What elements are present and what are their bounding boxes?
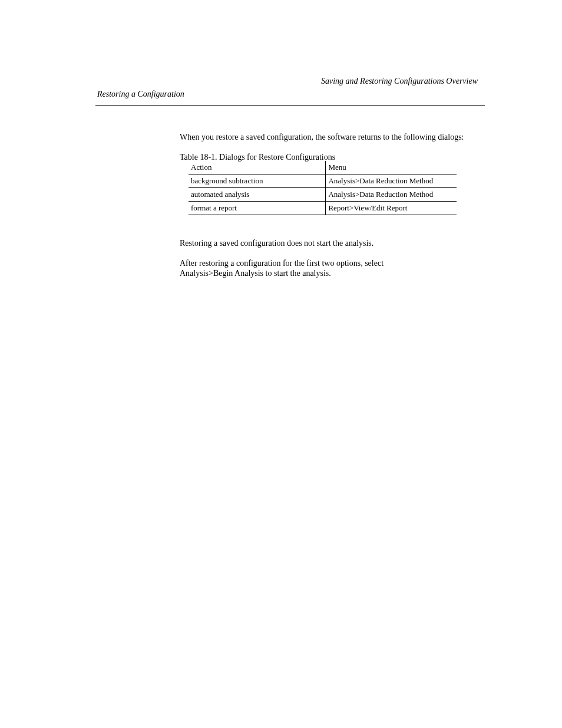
table-cell-menu: Analysis>Data Reduction Method: [326, 188, 457, 202]
table-cell-menu: Report>View/Edit Report: [326, 202, 457, 215]
header-left: Restoring a Configuration: [97, 90, 184, 99]
table-row: automated analysis Analysis>Data Reducti…: [189, 188, 457, 202]
note-text-3: Analysis>Begin Analysis to start the ana…: [180, 268, 468, 279]
table-row: background subtraction Analysis>Data Red…: [189, 174, 457, 188]
table-cell-action: background subtraction: [189, 174, 326, 188]
note-text-2: After restoring a configuration for the …: [180, 258, 468, 269]
note-text-1: Restoring a saved configuration does not…: [180, 238, 468, 249]
table-cell-menu: Analysis>Data Reduction Method: [326, 174, 457, 188]
page: Saving and Restoring Configurations Over…: [0, 0, 562, 728]
restore-table: Action Menu background subtraction Analy…: [189, 161, 457, 215]
table-cell-action: format a report: [189, 202, 326, 215]
table-row: format a report Report>View/Edit Report: [189, 202, 457, 215]
table-cell-action: automated analysis: [189, 188, 326, 202]
header-right: Saving and Restoring Configurations Over…: [321, 77, 478, 86]
table-header-row: Action Menu: [189, 161, 457, 174]
intro-text-1: When you restore a saved configuration, …: [180, 132, 468, 143]
header-rule: [95, 105, 485, 106]
table-header-action: Action: [189, 161, 326, 174]
table-header-menu: Menu: [326, 161, 457, 174]
